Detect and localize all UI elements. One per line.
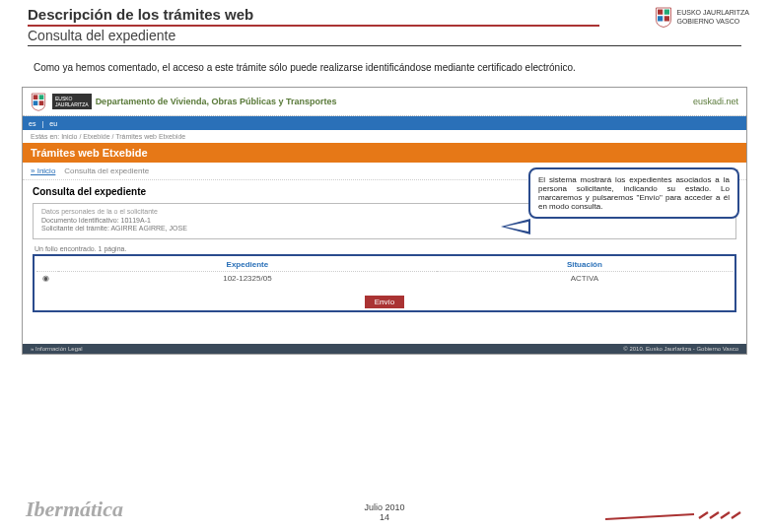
records-table: Expediente Situación ◉ 102-12325/05 ACTI… [36, 258, 733, 285]
euskadi-brand: euskadi.net [693, 97, 738, 106]
dept-name: Departamento de Vivienda, Obras Públicas… [96, 97, 337, 106]
svg-rect-4 [34, 95, 38, 100]
lang-es[interactable]: es [29, 120, 35, 127]
decorative-stripes-icon [605, 508, 743, 522]
applicant-row: Solicitante del trámite: AGIRRE AGIRRE, … [41, 225, 728, 232]
dept-box: EUSKOJAURLARITZA [52, 94, 92, 109]
col-situacion: Situación [437, 258, 733, 272]
subnav-inicio-link[interactable]: » Inicio [31, 166, 55, 175]
lang-eu[interactable]: eu [49, 120, 57, 127]
svg-rect-0 [658, 10, 663, 15]
svg-line-12 [732, 512, 740, 518]
shield-icon [655, 6, 672, 28]
svg-rect-6 [34, 100, 38, 105]
svg-rect-5 [39, 95, 44, 100]
table-row[interactable]: ◉ 102-12325/05 ACTIVA [36, 272, 733, 286]
gov-line1: EUSKO JAURLARITZA [676, 8, 749, 17]
col-select [36, 258, 58, 272]
intro-text: Como ya hemos comentado, el acceso a est… [0, 48, 769, 83]
breadcrumb: Estás en: Inicio / Etxebide / Trámites w… [23, 130, 746, 143]
company-logo: Ibermática [26, 497, 123, 522]
row-situacion: ACTIVA [437, 272, 733, 286]
callout-box: El sistema mostrará los expedientes asoc… [528, 167, 739, 219]
callout-pointer [501, 219, 530, 234]
embedded-screenshot: EUSKOJAURLARITZA Departamento de Viviend… [22, 87, 747, 355]
svg-line-11 [721, 512, 730, 518]
svg-line-8 [605, 514, 694, 519]
svg-rect-3 [664, 16, 669, 21]
svg-rect-2 [658, 16, 663, 21]
record-selection-box: Expediente Situación ◉ 102-12325/05 ACTI… [33, 254, 736, 312]
envio-button[interactable]: Envío [365, 296, 404, 308]
slide-date: Julio 201014 [364, 502, 404, 522]
screenshot-footer: » Información Legal © 2010. Eusko Jaurla… [23, 344, 746, 354]
row-radio[interactable]: ◉ [36, 272, 58, 286]
page-subtitle: Consulta del expediente [28, 28, 741, 43]
result-count: Un folio encontrado. 1 página. [35, 245, 736, 252]
svg-line-9 [699, 512, 708, 518]
section-title-bar: Trámites web Etxebide [23, 143, 746, 163]
subnav-current: Consulta del expediente [64, 166, 149, 175]
page-title: Descripción de los trámites web [28, 6, 599, 27]
gov-line2: GOBIERNO VASCO [676, 17, 749, 26]
svg-rect-7 [39, 100, 44, 105]
top-nav-bar: es | eu [23, 116, 746, 130]
svg-rect-1 [664, 10, 669, 15]
gov-logo: EUSKO JAURLARITZA GOBIERNO VASCO [655, 6, 749, 28]
col-expediente: Expediente [58, 258, 437, 272]
legal-link[interactable]: » Información Legal [31, 346, 83, 352]
copyright: © 2010. Eusko Jaurlaritza - Gobierno Vas… [623, 346, 738, 352]
shield-icon [31, 92, 46, 111]
row-expediente: 102-12325/05 [58, 272, 437, 286]
svg-line-10 [710, 512, 719, 518]
